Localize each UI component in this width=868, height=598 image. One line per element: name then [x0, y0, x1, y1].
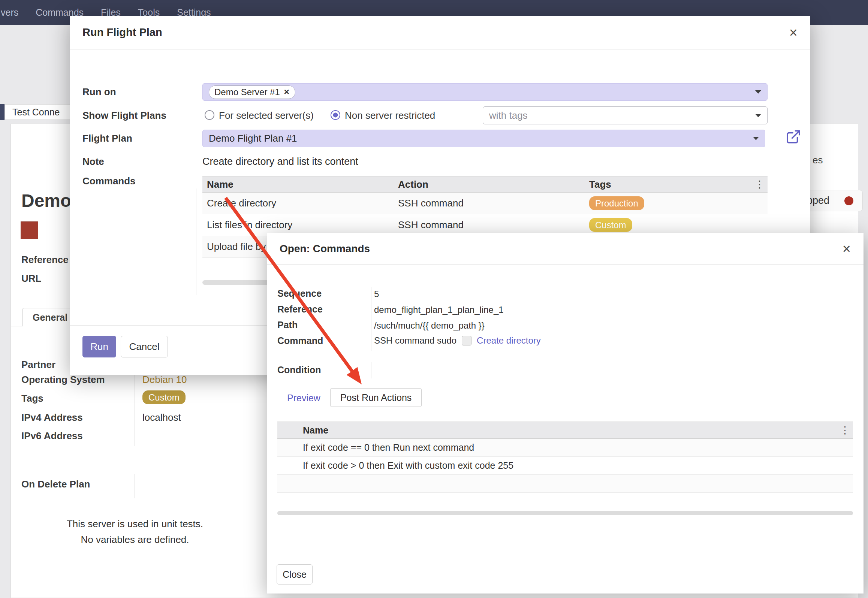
dialog-header: Open: Commands ×	[267, 233, 864, 265]
cell-name: If exit code == 0 then Run next command	[298, 442, 474, 453]
reference-value: demo_flight_plan_1_plan_line_1	[374, 304, 504, 315]
cell-name: If exit code > 0 then Exit with custom e…	[298, 460, 513, 471]
operating-system-value-link[interactable]: Debian 10	[142, 374, 187, 386]
run-on-multiselect[interactable]: Demo Server #1 ✕	[202, 83, 768, 101]
caret-down-icon	[755, 90, 761, 94]
url-field-label: URL	[21, 273, 41, 284]
tag-badge-production: Production	[589, 196, 644, 210]
close-icon[interactable]: ×	[789, 25, 798, 40]
note-label: Note	[82, 155, 104, 168]
ipv6-label: IPv6 Address	[21, 430, 83, 442]
notebook-tabs: Preview Post Run Actions	[280, 388, 422, 407]
operating-system-label: Operating System	[21, 374, 105, 386]
show-flight-plans-label: Show Flight Plans	[82, 107, 166, 124]
dialog-header: Run Flight Plan ×	[70, 16, 810, 49]
tab-preview[interactable]: Preview	[280, 389, 327, 407]
cell-name: Create directory	[202, 197, 394, 209]
with-tags-filter[interactable]	[483, 106, 768, 124]
right-panel-partial-text: es	[813, 154, 823, 166]
run-button[interactable]: Run	[82, 336, 116, 357]
tag-badge-custom: Custom	[589, 218, 632, 232]
dialog-title: Run Flight Plan	[82, 26, 162, 39]
label-column-separator	[371, 362, 371, 378]
caret-down-icon[interactable]	[755, 114, 761, 117]
radio-non-server-restricted-label[interactable]: Non server restricted	[345, 107, 435, 124]
cancel-button[interactable]: Cancel	[121, 336, 168, 357]
tag-badge-custom: Custom	[142, 390, 186, 404]
column-header-name[interactable]: Name	[202, 179, 394, 190]
ipv4-label: IPv4 Address	[21, 412, 83, 423]
table-row[interactable]: If exit code > 0 then Exit with custom e…	[277, 457, 853, 475]
label-column-separator	[371, 287, 371, 351]
sequence-label: Sequence	[277, 288, 322, 299]
footer-divider	[267, 551, 864, 551]
cell-action: SSH command	[394, 197, 585, 209]
run-on-label: Run on	[82, 83, 116, 101]
caret-down-icon	[753, 137, 759, 140]
horizontal-scrollbar[interactable]	[202, 280, 270, 285]
screen: vers Commands Files Tools Settings Test …	[0, 0, 868, 598]
commands-label: Commands	[82, 174, 136, 188]
column-header-action[interactable]: Action	[394, 179, 585, 190]
reference-field-label: Reference	[21, 254, 69, 266]
path-label: Path	[277, 319, 298, 330]
tags-label: Tags	[21, 393, 43, 404]
table-header-row: Name ⋮	[277, 422, 853, 439]
server-chip: Demo Server #1 ✕	[209, 85, 295, 99]
tab-post-run-actions[interactable]: Post Run Actions	[330, 388, 422, 407]
radio-non-server-restricted[interactable]	[331, 110, 340, 120]
table-row[interactable]: Create directory SSH command Production	[202, 193, 768, 214]
note-line-1: This server is used in unit tests.	[22, 516, 247, 532]
condition-label: Condition	[277, 364, 321, 375]
on-delete-plan-label: On Delete Plan	[21, 478, 90, 490]
server-chip-label: Demo Server #1	[214, 87, 280, 97]
tags-text-input[interactable]	[489, 110, 755, 121]
unit-test-note: This server is used in unit tests. No va…	[22, 516, 247, 547]
post-run-actions-table: Name ⋮ If exit code == 0 then Run next c…	[277, 422, 853, 493]
create-directory-link[interactable]: Create directory	[477, 335, 541, 346]
cell-action: SSH command	[394, 219, 585, 231]
close-icon[interactable]: ×	[843, 242, 851, 256]
radio-for-selected-servers-label[interactable]: For selected server(s)	[219, 107, 314, 124]
column-header-tags[interactable]: Tags	[585, 179, 768, 190]
open-commands-dialog: Open: Commands × Sequence 5 Reference de…	[267, 233, 864, 594]
flight-plan-select[interactable]: Demo Flight Plan #1	[202, 130, 765, 147]
chip-remove-icon[interactable]: ✕	[284, 88, 290, 96]
dialog-title: Open: Commands	[280, 243, 370, 255]
path-value: /such/much/{{ demo_path }}	[374, 320, 485, 331]
primary-button-edge[interactable]	[0, 104, 4, 120]
column-header-name[interactable]: Name	[298, 425, 328, 436]
sequence-value: 5	[374, 289, 379, 300]
test-connection-button[interactable]: Test Conne	[4, 104, 71, 120]
radio-for-selected-servers[interactable]	[205, 110, 214, 120]
reference-label: Reference	[277, 303, 323, 315]
horizontal-scrollbar[interactable]	[277, 511, 853, 515]
flight-plan-label: Flight Plan	[82, 130, 132, 147]
group-separator	[196, 188, 196, 295]
page-title: Demo	[21, 190, 71, 211]
field-column-separator	[135, 474, 135, 498]
command-value-row: SSH command sudo Create directory	[374, 334, 541, 347]
ipv4-value: localhost	[142, 412, 181, 423]
external-link-icon[interactable]	[786, 129, 801, 145]
table-header-row: Name Action Tags ⋮	[202, 176, 768, 193]
table-row[interactable]: If exit code == 0 then Run next command	[277, 439, 853, 457]
status-label: pped	[807, 195, 829, 206]
partner-label: Partner	[21, 359, 55, 371]
flight-plan-value: Demo Flight Plan #1	[209, 133, 297, 144]
command-label: Command	[277, 335, 323, 346]
column-options-icon[interactable]: ⋮	[840, 424, 850, 436]
flight-plan-note: Create directory and list its content	[202, 155, 358, 168]
create-directory-checkbox[interactable]	[462, 336, 471, 345]
close-button[interactable]: Close	[277, 564, 313, 585]
cell-name: List files in directory	[202, 219, 394, 231]
command-value: SSH command sudo	[374, 335, 456, 346]
note-line-2: No variables are defined.	[22, 532, 247, 547]
column-options-icon[interactable]: ⋮	[754, 178, 765, 190]
table-row-empty	[277, 475, 853, 493]
status-stopped-dot	[844, 196, 853, 205]
color-swatch[interactable]	[21, 221, 38, 239]
